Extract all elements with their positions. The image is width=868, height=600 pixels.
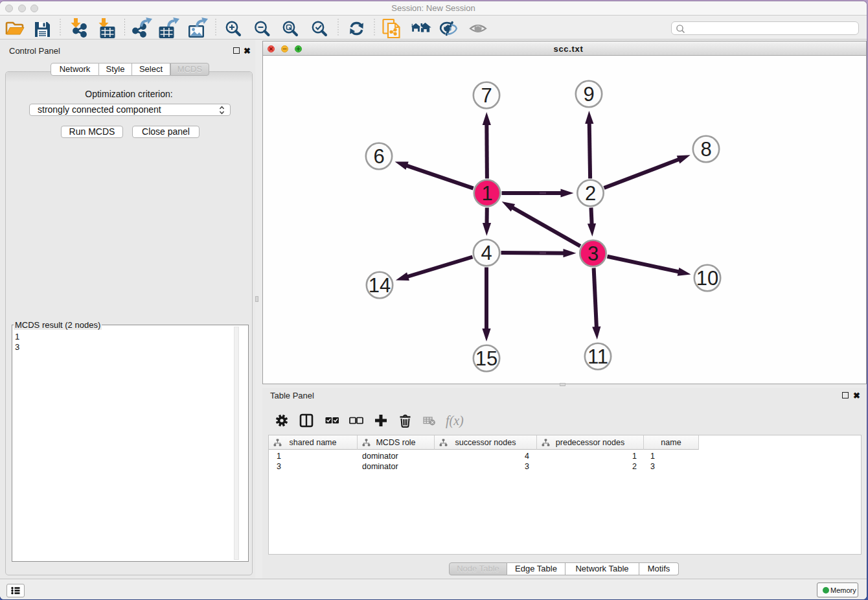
svg-text:15: 15 [475,347,497,370]
svg-text:1: 1 [481,182,492,205]
svg-text:14: 14 [369,274,391,297]
svg-text:7: 7 [481,84,492,107]
svg-text:10: 10 [696,267,718,290]
svg-text:8: 8 [700,138,711,161]
svg-text:f(x): f(x) [446,413,464,428]
svg-text:9: 9 [583,83,594,106]
svg-text:11: 11 [588,345,608,368]
svg-text:6: 6 [373,145,384,168]
svg-text:3: 3 [588,242,599,265]
svg-text:4: 4 [481,242,492,264]
svg-text:2: 2 [585,182,596,205]
